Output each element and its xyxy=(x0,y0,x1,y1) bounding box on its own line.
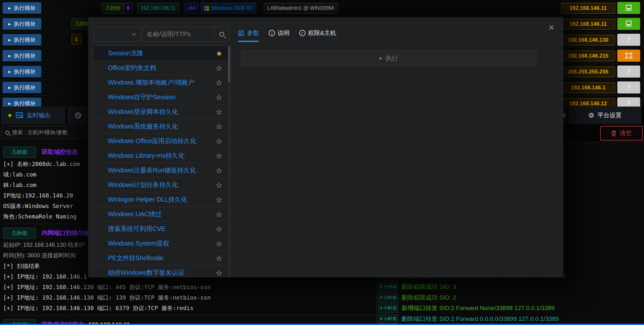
favorite-star-icon[interactable]: ☆ xyxy=(216,137,222,145)
module-name: Windows系统服务持久化 xyxy=(94,122,178,131)
operation-log-time-tag: 4 小时前 xyxy=(379,304,398,313)
question-icon: ? xyxy=(627,100,630,107)
module-name: Winlogon Helper DLL持久化 xyxy=(94,195,187,204)
clear-logs-label: 清空 xyxy=(620,129,632,137)
tab-platform-settings[interactable]: ⚙ 平台设置 xyxy=(568,107,641,124)
play-icon: ▶ xyxy=(8,22,11,26)
module-list-item[interactable]: Winlogon Helper DLL持久化☆ xyxy=(94,192,231,207)
play-icon: ▶ xyxy=(8,54,11,58)
execute-module-row-button[interactable]: ▶执行模块 xyxy=(3,82,41,93)
tab-realtime-label: 实时输出 xyxy=(27,111,51,120)
module-name: 搜索系统可利用CVE xyxy=(94,225,165,233)
gear-icon: ⚙ xyxy=(588,112,594,119)
module-list-scrollbar-thumb[interactable] xyxy=(228,47,230,82)
execute-module-row-label: 执行模块 xyxy=(14,36,36,44)
log-entry-title: 获取域控信息 xyxy=(42,148,78,156)
operation-log-time-tag: 4 小时前 xyxy=(379,293,398,302)
operation-log-row: 4 小时前新增端口转发 SID:2 Forward None/33898 127… xyxy=(377,303,644,313)
tab-description[interactable]: i 说明 xyxy=(269,29,290,37)
execute-module-row-button[interactable]: ▶执行模块 xyxy=(3,34,41,45)
clear-logs-button[interactable]: 清空 xyxy=(600,126,643,141)
module-list-item[interactable]: PE文件转Shellcode☆ xyxy=(94,251,231,266)
host-ip-tag: 192.168.146.11 xyxy=(561,3,615,14)
favorite-star-icon[interactable]: ☆ xyxy=(216,64,222,72)
favorite-star-icon[interactable]: ☆ xyxy=(216,254,222,262)
tab-parameters[interactable]: 参数 xyxy=(238,29,259,37)
favorite-star-icon[interactable]: ☆ xyxy=(216,122,222,131)
module-list-scrollbar[interactable] xyxy=(228,46,231,277)
log-output-line: [+] IP地址: 192.168.146.130 端口: 6379 协议:TC… xyxy=(3,303,377,313)
row-separator xyxy=(556,48,644,48)
module-list-item[interactable]: Windows System提权☆ xyxy=(94,236,231,251)
module-list-item[interactable]: Windows Office应用启动持久化☆ xyxy=(94,134,231,149)
module-list-item[interactable]: Windows登录脚本持久化☆ xyxy=(94,105,231,119)
module-list-item[interactable]: Session克隆★ xyxy=(94,46,231,61)
module-name: Windows自守护Session xyxy=(94,93,175,101)
status-dot-icon xyxy=(8,114,11,117)
favorite-star-icon[interactable]: ☆ xyxy=(216,181,222,189)
host-status-button-online[interactable] xyxy=(617,18,640,30)
execute-module-row-button[interactable]: ▶执行模块 xyxy=(3,66,41,77)
favorite-star-icon[interactable]: ☆ xyxy=(216,269,222,277)
execute-module-row-button[interactable]: ▶执行模块 xyxy=(3,50,41,61)
search-icon xyxy=(219,32,224,37)
operation-log-row: 4 小时前删除权限成功 SID: 2 xyxy=(377,293,644,303)
operation-log-row: 4 小时前删除端口转发 SID:2 Forward 0.0.0.0/33899 … xyxy=(377,314,644,324)
module-list-item[interactable]: 劫持Windows数字签名认证☆ xyxy=(94,266,231,277)
favorite-star-icon[interactable]: ☆ xyxy=(216,196,222,204)
module-name: Windows登录脚本持久化 xyxy=(94,107,178,116)
execute-module-row-label: 执行模块 xyxy=(14,84,36,91)
module-category-select[interactable] xyxy=(94,27,141,42)
question-icon: ? xyxy=(627,36,630,44)
operation-log-row: 8 分钟前删除权限成功 SID: 3 xyxy=(377,282,644,292)
close-icon[interactable]: × xyxy=(548,22,554,32)
trash-icon xyxy=(611,130,616,136)
chart-icon xyxy=(16,112,23,119)
favorite-star-icon[interactable]: ☆ xyxy=(216,108,222,116)
windows-logo-icon xyxy=(204,6,209,11)
row-separator xyxy=(556,16,644,16)
favorite-star-icon[interactable]: ☆ xyxy=(216,79,222,87)
host-ip-tag: 192.168.146.11 xyxy=(561,19,615,30)
favorite-star-icon[interactable]: ☆ xyxy=(216,152,222,160)
platform-settings-label: 平台设置 xyxy=(597,111,621,120)
row-separator xyxy=(556,64,644,64)
row-separator xyxy=(0,32,92,32)
execute-module-button[interactable]: ▶ 执行 xyxy=(241,51,536,66)
module-list-item[interactable]: Windows Library-ms持久化☆ xyxy=(94,149,231,163)
module-list-item[interactable]: Windows注册表Run键值持久化☆ xyxy=(94,163,231,178)
execute-module-row-button[interactable]: ▶执行模块 xyxy=(3,2,41,14)
module-name: Office宏钓鱼文档 xyxy=(94,64,156,72)
host-status-button-unknown[interactable]: ? xyxy=(617,34,640,46)
module-name: 劫持Windows数字签名认证 xyxy=(94,268,184,277)
host-status-button-unknown[interactable]: ? xyxy=(617,66,640,78)
module-list-item[interactable]: Windows 增加本地账户/域账户☆ xyxy=(94,75,231,90)
favorite-star-icon[interactable]: ☆ xyxy=(216,239,222,248)
module-list-item[interactable]: Windows计划任务持久化☆ xyxy=(94,178,231,192)
laptop-icon xyxy=(624,4,633,12)
favorite-star-icon[interactable]: ☆ xyxy=(216,93,222,101)
favorite-star-icon-filled[interactable]: ★ xyxy=(216,49,222,58)
log-search-input[interactable] xyxy=(10,129,91,136)
host-status-button-selected[interactable] xyxy=(617,50,640,62)
tab-parameters-label: 参数 xyxy=(247,29,259,37)
module-list-item[interactable]: Windows自守护Session☆ xyxy=(94,90,231,105)
module-name: Windows计划任务持久化 xyxy=(94,181,178,189)
module-list-item[interactable]: Office宏钓鱼文档☆ xyxy=(94,61,231,75)
module-list: Session克隆★Office宏钓鱼文档☆Windows 增加本地账户/域账户… xyxy=(94,46,231,277)
host-status-button-online[interactable] xyxy=(617,2,640,14)
module-list-item[interactable]: Windows系统服务持久化☆ xyxy=(94,119,231,134)
favorite-star-icon[interactable]: ☆ xyxy=(216,210,222,218)
module-list-item[interactable]: Windows UAC绕过☆ xyxy=(94,207,231,222)
edit-icon xyxy=(238,30,245,36)
tab-permissions-hosts[interactable]: ✓ 权限&主机 xyxy=(299,29,336,37)
favorite-star-icon[interactable]: ☆ xyxy=(216,225,222,233)
favorite-star-icon[interactable]: ☆ xyxy=(216,166,222,175)
execute-module-row-button[interactable]: ▶执行模块 xyxy=(3,18,41,30)
host-status-button-unknown[interactable]: ? xyxy=(617,81,640,93)
tab-realtime-output[interactable]: 实时输出 xyxy=(1,107,66,124)
module-name: Session克隆 xyxy=(94,49,143,58)
module-list-item[interactable]: 搜索系统可利用CVE☆ xyxy=(94,222,231,236)
module-search-input[interactable] xyxy=(143,27,214,41)
module-search-button[interactable] xyxy=(214,27,229,41)
